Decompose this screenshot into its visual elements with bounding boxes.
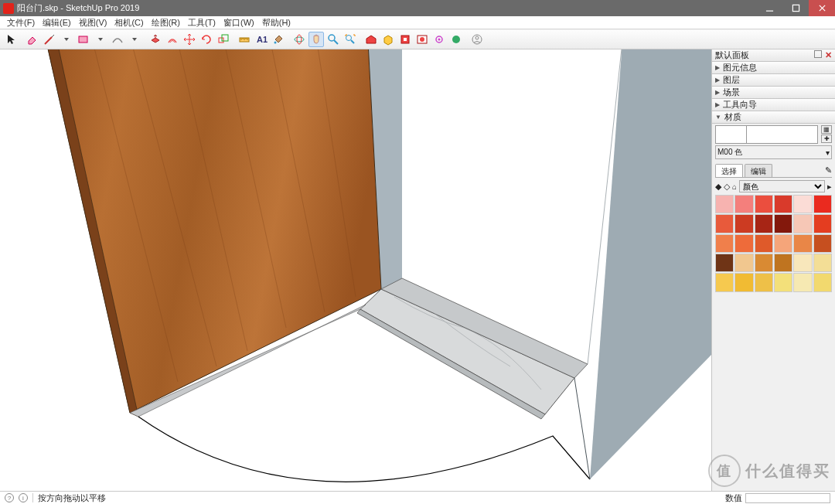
tray-title: 默认面板 bbox=[715, 49, 749, 61]
material-swatch[interactable] bbox=[774, 254, 792, 272]
palette-select[interactable]: 颜色 bbox=[739, 180, 825, 192]
material-swatch[interactable] bbox=[813, 273, 832, 291]
shape-dropdown-icon[interactable] bbox=[93, 32, 108, 47]
panel-entity-info[interactable]: ▶图元信息 bbox=[712, 62, 835, 74]
menu-draw[interactable]: 绘图(R) bbox=[148, 17, 184, 29]
material-swatch[interactable] bbox=[734, 195, 753, 213]
material-swatch[interactable] bbox=[734, 234, 753, 253]
status-bar: ? i 按方向拖动以平移 数值 bbox=[0, 491, 835, 504]
line-tool[interactable] bbox=[42, 32, 57, 47]
material-swatch[interactable] bbox=[774, 195, 792, 213]
panel-materials[interactable]: ▼材质 bbox=[712, 111, 835, 124]
measure-label: 数值 bbox=[725, 492, 742, 504]
component-tool[interactable] bbox=[380, 32, 396, 47]
eraser-tool[interactable] bbox=[25, 32, 40, 47]
tray-header[interactable]: 默认面板 ✕ bbox=[712, 49, 835, 62]
material-swatch[interactable] bbox=[755, 254, 773, 272]
zoom-tool[interactable] bbox=[325, 32, 341, 47]
window-controls bbox=[756, 0, 835, 16]
material-swatch[interactable] bbox=[755, 214, 773, 233]
material-swatch[interactable] bbox=[793, 195, 812, 213]
material-swatch[interactable] bbox=[813, 195, 832, 213]
tape-tool[interactable] bbox=[237, 32, 252, 47]
tab-select[interactable]: 选择 bbox=[715, 164, 743, 177]
offset-tool[interactable] bbox=[165, 32, 180, 47]
tray-close-icon[interactable]: ✕ bbox=[825, 50, 832, 60]
material-swatch[interactable] bbox=[734, 273, 753, 291]
rectangle-tool[interactable] bbox=[76, 32, 91, 47]
panel-scenes[interactable]: ▶场景 bbox=[712, 87, 835, 99]
home-icon[interactable]: ⌂ bbox=[732, 182, 737, 191]
menu-view[interactable]: 视图(V) bbox=[75, 17, 111, 29]
forward-icon[interactable]: ◇ bbox=[724, 182, 730, 192]
eyedropper-icon[interactable]: ✎ bbox=[825, 165, 832, 175]
material-create-icon[interactable]: ✚ bbox=[821, 135, 832, 143]
material-swatch[interactable] bbox=[715, 273, 734, 291]
warehouse-tool[interactable] bbox=[363, 32, 379, 47]
menu-camera[interactable]: 相机(C) bbox=[111, 17, 147, 29]
svg-point-16 bbox=[438, 39, 440, 41]
info-icon[interactable]: i bbox=[19, 493, 28, 502]
detail-icon[interactable]: ▸ bbox=[827, 182, 832, 192]
shadows-tool[interactable] bbox=[448, 32, 464, 47]
material-swatch[interactable] bbox=[813, 214, 832, 233]
select-tool[interactable] bbox=[4, 32, 19, 47]
panel-instructor[interactable]: ▶工具向导 bbox=[712, 99, 835, 111]
panel-layers[interactable]: ▶图层 bbox=[712, 74, 835, 87]
menu-window[interactable]: 窗口(W) bbox=[220, 17, 258, 29]
measure-input[interactable] bbox=[745, 493, 830, 503]
line-dropdown-icon[interactable] bbox=[59, 32, 74, 47]
material-swatch[interactable] bbox=[813, 234, 832, 253]
menu-file[interactable]: 文件(F) bbox=[3, 17, 39, 29]
layout-tool[interactable] bbox=[414, 32, 430, 47]
material-name-dropdown-icon[interactable]: ▾ bbox=[826, 148, 830, 157]
extension-tool[interactable] bbox=[397, 32, 413, 47]
material-swatch[interactable] bbox=[715, 234, 734, 253]
material-swatch-grid bbox=[715, 195, 832, 292]
help-icon[interactable]: ? bbox=[5, 493, 14, 502]
material-swatch[interactable] bbox=[774, 214, 792, 233]
arc-dropdown-icon[interactable] bbox=[127, 32, 142, 47]
text-tool[interactable]: A1 bbox=[254, 32, 269, 47]
material-swatch[interactable] bbox=[793, 273, 812, 291]
material-swatch[interactable] bbox=[715, 254, 734, 272]
material-swatch[interactable] bbox=[793, 234, 812, 253]
back-icon[interactable]: ◆ bbox=[715, 182, 721, 192]
move-tool[interactable] bbox=[182, 32, 197, 47]
material-default-icon[interactable]: ▦ bbox=[821, 125, 832, 134]
rotate-tool[interactable] bbox=[199, 32, 214, 47]
material-swatch[interactable] bbox=[715, 195, 734, 213]
tray-pin-icon[interactable] bbox=[814, 50, 822, 58]
paint-tool[interactable] bbox=[271, 32, 286, 47]
menu-help[interactable]: 帮助(H) bbox=[258, 17, 295, 29]
material-swatch[interactable] bbox=[734, 254, 753, 272]
menu-edit[interactable]: 编辑(E) bbox=[39, 17, 75, 29]
orbit-tool[interactable] bbox=[291, 32, 307, 47]
eyedropper-tool[interactable] bbox=[431, 32, 447, 47]
material-swatch[interactable] bbox=[715, 214, 734, 233]
close-button[interactable] bbox=[809, 0, 835, 16]
material-swatch[interactable] bbox=[793, 254, 812, 272]
material-swatch[interactable] bbox=[774, 273, 792, 291]
svg-point-8 bbox=[297, 35, 302, 44]
material-swatch[interactable] bbox=[755, 273, 773, 291]
material-swatch[interactable] bbox=[774, 234, 792, 253]
pushpull-tool[interactable] bbox=[148, 32, 163, 47]
tab-edit[interactable]: 编辑 bbox=[745, 164, 772, 177]
current-material-swatch[interactable] bbox=[716, 126, 747, 143]
zoom-extents-tool[interactable] bbox=[343, 32, 358, 47]
user-icon[interactable] bbox=[469, 32, 485, 47]
scale-tool[interactable] bbox=[216, 32, 231, 47]
menu-tools[interactable]: 工具(T) bbox=[184, 17, 220, 29]
arc-tool[interactable] bbox=[110, 32, 125, 47]
maximize-button[interactable] bbox=[782, 0, 809, 16]
model-viewport[interactable] bbox=[0, 49, 711, 491]
material-swatch[interactable] bbox=[793, 214, 812, 233]
menu-bar: 文件(F) 编辑(E) 视图(V) 相机(C) 绘图(R) 工具(T) 窗口(W… bbox=[0, 16, 835, 29]
material-swatch[interactable] bbox=[755, 234, 773, 253]
minimize-button[interactable] bbox=[756, 0, 782, 16]
material-swatch[interactable] bbox=[755, 195, 773, 213]
material-swatch[interactable] bbox=[734, 214, 753, 233]
pan-tool[interactable] bbox=[308, 32, 324, 47]
material-swatch[interactable] bbox=[813, 254, 832, 272]
